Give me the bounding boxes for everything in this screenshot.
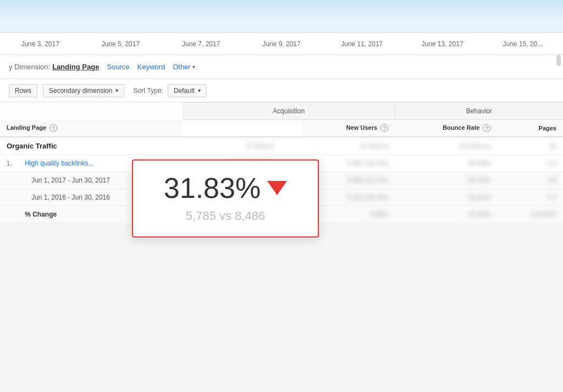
- date-label-3: June 7, 2017: [161, 40, 241, 48]
- rows-button[interactable]: Rows: [9, 84, 37, 97]
- date2-bounce: 30.81%: [395, 189, 497, 206]
- popup-percentage-display: 31.83%: [151, 174, 300, 202]
- dimension-row: y Dimension: Landing Page Source Keyword…: [0, 55, 563, 79]
- sort-type-label: Sort Type:: [133, 87, 163, 95]
- date1-bounce: 50.42%: [395, 172, 497, 189]
- date-label-7: June 15, 20...: [483, 40, 563, 48]
- secondary-dimension-dropdown[interactable]: Secondary dimension ▾: [43, 84, 124, 97]
- organic-traffic-row: Organic Traffic 27.61% ● 27.61% ● 114.91…: [0, 137, 563, 155]
- date-label-5: June 11, 2017: [322, 40, 402, 48]
- date-label-2: June 5, 2017: [80, 40, 161, 48]
- cell-ot-new-users: 27.61% ●: [302, 137, 395, 155]
- dimension-prefix: y Dimension:: [9, 63, 50, 71]
- comparison-popup: 31.83% 5,785 vs 8,486: [132, 159, 319, 238]
- tab-landing-page[interactable]: Landing Page: [52, 63, 99, 71]
- col-landing-page[interactable]: Landing Page ?: [0, 120, 183, 137]
- tab-other[interactable]: Other ▾: [173, 63, 195, 71]
- section-header-row: Acquisition Behavior: [0, 103, 563, 120]
- chart-area: [0, 0, 563, 33]
- cell-ot-bounce: 114.91% ●: [395, 137, 497, 155]
- acquisition-section-header: Acquisition: [183, 103, 395, 120]
- scrollbar[interactable]: [556, 55, 561, 66]
- cell-ot-pct: [280, 137, 302, 155]
- pct-change-label: % Change: [25, 211, 57, 218]
- pct-change-pages: 116.81%: [497, 206, 563, 223]
- down-arrow-icon: [267, 181, 287, 195]
- cell-ot-sessions: 27.61% ●: [183, 137, 280, 155]
- behavior-section-header: Behavior: [395, 103, 563, 120]
- date-label-4: June 9, 2017: [241, 40, 322, 48]
- secondary-dim-arrow: ▾: [115, 87, 118, 93]
- sort-arrow: ▾: [198, 87, 201, 93]
- new-users-info-icon[interactable]: ?: [380, 124, 388, 132]
- tab-source[interactable]: Source: [107, 63, 129, 71]
- date1-pages: 1.8: [497, 172, 563, 189]
- column-header-row: Landing Page ? Sessions New Users ? Boun…: [0, 120, 563, 137]
- bounce-rate-info-icon[interactable]: ?: [483, 124, 490, 132]
- col-pages: Pages: [497, 120, 563, 137]
- date-label-1: June 3, 2017: [0, 40, 80, 48]
- svg-point-0: [98, 1, 105, 8]
- cell-r1-pages: 1.8: [497, 155, 563, 172]
- controls-row: Rows Secondary dimension ▾ Sort Type: De…: [0, 79, 563, 102]
- row-number-1: 1.: [0, 155, 18, 172]
- popup-comparison-values: 5,785 vs 8,486: [151, 209, 300, 223]
- other-dropdown-arrow: ▾: [192, 64, 195, 70]
- date2-pages: 1.9: [497, 189, 563, 206]
- col-new-users[interactable]: New Users ?: [302, 120, 395, 137]
- cell-r1-bounce: 50.42%: [395, 155, 497, 172]
- svg-point-1: [371, 0, 377, 4]
- landing-page-info-icon[interactable]: ?: [49, 124, 57, 132]
- col-bounce-rate[interactable]: Bounce Rate ?: [395, 120, 497, 137]
- tab-keyword[interactable]: Keyword: [137, 63, 165, 71]
- sort-type-dropdown[interactable]: Default ▾: [168, 84, 207, 97]
- pct-change-bounce: 27.81%: [395, 206, 497, 223]
- organic-traffic-label: Organic Traffic: [7, 142, 57, 150]
- date-label-6: June 13, 2017: [402, 40, 482, 48]
- cell-ot-pages: 16: [497, 137, 563, 155]
- date-axis: June 3, 2017 June 5, 2017 June 7, 2017 J…: [0, 33, 563, 55]
- row1-page-link[interactable]: High quality backlinks...: [25, 159, 93, 167]
